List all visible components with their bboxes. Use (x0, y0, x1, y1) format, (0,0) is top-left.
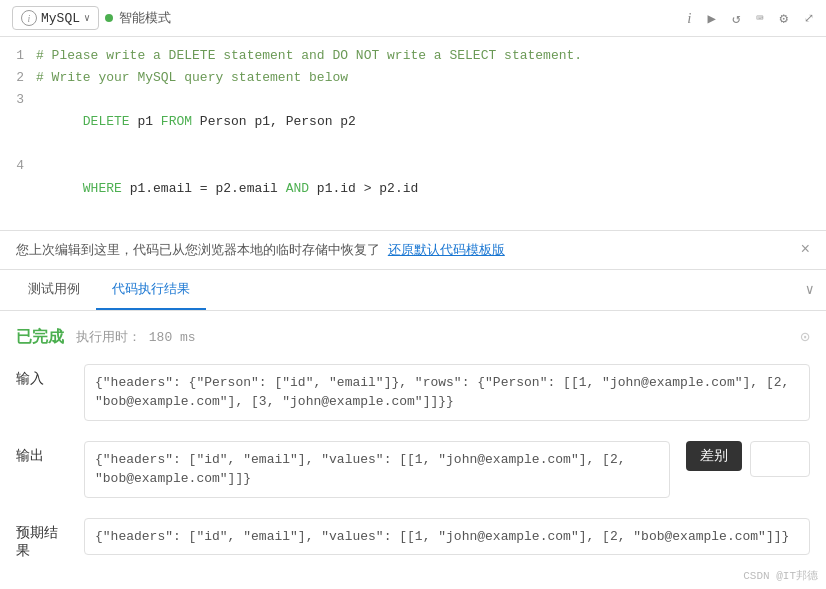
info-icon: i (21, 10, 37, 26)
tab-execution-result[interactable]: 代码执行结果 (96, 270, 206, 310)
toolbar: i MySQL ∨ 智能模式 i ▶ ↺ ⌨ ⚙ ⤢ (0, 0, 826, 37)
status-row: 已完成 执行用时： 180 ms ⊙ (16, 327, 810, 348)
input-row: 输入 {"headers": {"Person": ["id", "email"… (16, 364, 810, 421)
notification-text-main: 您上次编辑到这里，代码已从您浏览器本地的临时存储中恢复了 (16, 243, 380, 258)
tab-expand-icon[interactable]: ∨ (806, 281, 814, 298)
keyword-delete: DELETE (83, 114, 130, 129)
toolbar-left: i MySQL ∨ 智能模式 (12, 6, 171, 30)
tabs-bar: 测试用例 代码执行结果 ∨ (0, 270, 826, 311)
expand-btn[interactable]: ⤢ (804, 11, 814, 26)
output-row: 输出 {"headers": ["id", "email"], "values"… (16, 441, 810, 498)
tab-test-cases[interactable]: 测试用例 (12, 270, 96, 310)
line-number-4: 4 (0, 155, 36, 177)
input-box: {"headers": {"Person": ["id", "email"]},… (84, 364, 810, 421)
info-btn[interactable]: i (687, 10, 691, 27)
code-line-3: 3 DELETE p1 FROM Person p1, Person p2 (0, 89, 826, 155)
input-label: 输入 (16, 364, 68, 388)
code-text-4a: p1.email = p2.email (122, 181, 286, 196)
keyword-from: FROM (161, 114, 192, 129)
notification-text: 您上次编辑到这里，代码已从您浏览器本地的临时存储中恢复了 还原默认代码模板版 (16, 241, 505, 259)
chevron-down-icon: ∨ (84, 12, 90, 24)
diff-box (750, 441, 810, 477)
output-label: 输出 (16, 441, 68, 465)
code-line-1: 1 # Please write a DELETE statement and … (0, 45, 826, 67)
diff-section: 差别 (686, 441, 810, 477)
db-label: MySQL (41, 11, 80, 26)
expected-label: 预期结果 (16, 518, 68, 560)
time-value: 180 ms (149, 330, 196, 345)
code-comment-1: # Please write a DELETE statement and DO… (36, 45, 582, 67)
expected-box: {"headers": ["id", "email"], "values": [… (84, 518, 810, 556)
diff-button[interactable]: 差别 (686, 441, 742, 471)
code-line-3-content: DELETE p1 FROM Person p1, Person p2 (36, 89, 356, 155)
code-line-4-content: WHERE p1.email = p2.email AND p1.id > p2… (36, 155, 418, 221)
run-btn[interactable]: ▶ (707, 10, 715, 27)
keyword-where: WHERE (83, 181, 122, 196)
watermark: CSDN @IT邦德 (743, 568, 818, 583)
line-number-2: 2 (0, 67, 36, 89)
settings-btn[interactable]: ⚙ (780, 10, 788, 27)
time-label: 执行用时： (76, 330, 141, 345)
status-dot (105, 14, 113, 22)
status-info-icon: ⊙ (800, 327, 810, 347)
line-number-3: 3 (0, 89, 36, 111)
smart-mode: 智能模式 (105, 9, 171, 27)
expected-row: 预期结果 {"headers": ["id", "email"], "value… (16, 518, 810, 560)
code-text-4b: p1.id > p2.id (309, 181, 418, 196)
line-number-1: 1 (0, 45, 36, 67)
refresh-btn[interactable]: ↺ (732, 10, 740, 27)
keyword-and: AND (286, 181, 309, 196)
toolbar-right: i ▶ ↺ ⌨ ⚙ ⤢ (687, 10, 814, 27)
code-line-4: 4 WHERE p1.email = p2.email AND p1.id > … (0, 155, 826, 221)
close-notification-btn[interactable]: × (800, 241, 810, 259)
code-line-2: 2 # Write your MySQL query statement bel… (0, 67, 826, 89)
code-text-3a: p1 (130, 114, 161, 129)
output-box: {"headers": ["id", "email"], "values": [… (84, 441, 670, 498)
code-text-3b: Person p1, Person p2 (192, 114, 356, 129)
status-time: 执行用时： 180 ms (76, 328, 196, 346)
results-area: 已完成 执行用时： 180 ms ⊙ 输入 {"headers": {"Pers… (0, 311, 826, 589)
smart-mode-label: 智能模式 (119, 9, 171, 27)
status-completed: 已完成 (16, 327, 64, 348)
code-editor[interactable]: 1 # Please write a DELETE statement and … (0, 37, 826, 231)
terminal-btn[interactable]: ⌨ (756, 11, 763, 26)
restore-default-link[interactable]: 还原默认代码模板版 (388, 243, 505, 258)
db-selector[interactable]: i MySQL ∨ (12, 6, 99, 30)
notification-bar: 您上次编辑到这里，代码已从您浏览器本地的临时存储中恢复了 还原默认代码模板版 × (0, 231, 826, 270)
code-comment-2: # Write your MySQL query statement below (36, 67, 348, 89)
